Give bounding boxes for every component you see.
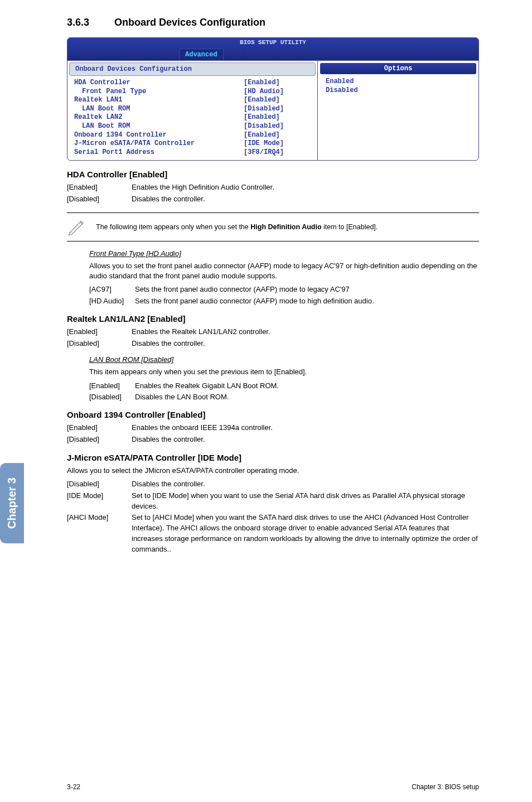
def-term: [Disabled] (89, 392, 135, 402)
bios-row-label: Onboard 1394 Controller (74, 131, 244, 140)
bios-row-value: [Disabled] (244, 122, 311, 131)
def-desc: Disables the LAN Boot ROM. (135, 392, 229, 402)
def-term: [Disabled] (67, 339, 132, 349)
bios-row-value: [Disabled] (244, 105, 311, 114)
def-desc: Disables the controller. (132, 479, 479, 490)
bios-row: Onboard 1394 Controller[Enabled] (74, 131, 311, 140)
bios-header: BIOS SETUP UTILITY Advanced (67, 38, 478, 60)
bios-row: LAN Boot ROM[Disabled] (74, 122, 311, 131)
def-term: [Enabled] (89, 381, 135, 391)
note-text: The following item appears only when you… (96, 223, 479, 231)
page-number: 3-22 (67, 783, 80, 791)
def-desc: Set to [AHCI Mode] when you want the SAT… (132, 513, 479, 554)
section-number: 3.6.3 (67, 17, 112, 28)
fpt-para: Allows you to set the front panel audio … (89, 261, 479, 281)
bios-row-label: LAN Boot ROM (74, 105, 244, 114)
bios-title: BIOS SETUP UTILITY (67, 38, 478, 46)
def-term: [Enabled] (67, 327, 132, 337)
bios-row-label: HDA Controller (74, 79, 244, 88)
bios-row-value: [Enabled] (244, 96, 311, 105)
bios-row: J-Micron eSATA/PATA Controller[IDE Mode] (74, 139, 311, 148)
fpt-ac97-row: [AC97] Sets the front panel audio connec… (89, 284, 479, 294)
bios-row-label: Serial Port1 Address (74, 148, 244, 157)
note-block: The following item appears only when you… (67, 212, 479, 241)
def-term: [Disabled] (67, 194, 132, 205)
def-term: [Disabled] (67, 479, 132, 490)
lanboot-heading: LAN Boot ROM [Disabled] (89, 355, 479, 364)
realtek-disabled-row: [Disabled] Disables the controller. (67, 339, 479, 349)
jmicron-heading: J-Micron eSATA/PATA Controller [IDE Mode… (67, 453, 479, 462)
hda-enabled-row: [Enabled] Enables the High Definition Au… (67, 182, 479, 193)
bios-option: Enabled (326, 78, 471, 86)
bios-rows: HDA Controller[Enabled]Front Panel Type[… (67, 78, 317, 160)
bios-options-body: EnabledDisabled (320, 74, 476, 98)
def-term: [Enabled] (67, 423, 132, 433)
bios-row: Front Panel Type[HD Audio] (74, 88, 311, 96)
def-desc: Enables the High Definition Audio Contro… (132, 182, 479, 193)
bios-row: LAN Boot ROM[Disabled] (74, 105, 311, 114)
bios-row-value: [3F8/IRQ4] (244, 148, 311, 157)
footer-chapter: Chapter 3: BIOS setup (412, 783, 479, 791)
bios-row-label: J-Micron eSATA/PATA Controller (74, 139, 244, 148)
bios-row-label: LAN Boot ROM (74, 122, 244, 131)
section-heading: 3.6.3 Onboard Devices Configuration (67, 17, 479, 28)
bios-row-value: [IDE Mode] (244, 139, 311, 148)
bios-row: Realtek LAN1[Enabled] (74, 96, 311, 105)
def-desc: Disables the controller. (132, 339, 479, 349)
bios-row-label: Front Panel Type (74, 88, 244, 96)
lanboot-para: This item appears only when you set the … (89, 367, 479, 377)
fpt-block: Front Panel Type [HD Audio] Allows you t… (89, 249, 479, 306)
note-prefix: The following item appears only when you… (96, 223, 250, 231)
bios-row-value: [HD Audio] (244, 88, 311, 96)
bios-side-panel: Options EnabledDisabled (318, 61, 478, 160)
def-desc: Set to [IDE Mode] when you want to use t… (132, 491, 479, 512)
def-term: [AHCI Mode] (67, 513, 132, 554)
bios-tab-advanced: Advanced (179, 49, 224, 60)
fpt-heading: Front Panel Type [HD Audio] (89, 249, 479, 258)
note-bold: High Definition Audio (250, 223, 321, 231)
def-desc: Sets the front panel audio connector (AA… (135, 296, 374, 306)
def-term: [Enabled] (67, 182, 132, 193)
section-title: Onboard Devices Configuration (114, 17, 265, 28)
bios-row-label: Realtek LAN1 (74, 96, 244, 105)
bios-row: Serial Port1 Address[3F8/IRQ4] (74, 148, 311, 157)
def-desc: Disables the controller. (132, 194, 479, 205)
bios-row-value: [Enabled] (244, 79, 311, 88)
onboard1394-enabled-row: [Enabled] Enables the onboard IEEE 1394a… (67, 423, 479, 433)
bios-row-label: Realtek LAN2 (74, 113, 244, 122)
def-desc: Enables the Realtek Gigabit LAN Boot ROM… (135, 381, 279, 391)
realtek-heading: Realtek LAN1/LAN2 [Enabled] (67, 314, 479, 323)
bios-tabs: Advanced (67, 49, 224, 60)
pencil-icon (67, 216, 86, 238)
jmicron-ahci-row: [AHCI Mode] Set to [AHCI Mode] when you … (67, 513, 479, 554)
jmicron-ide-row: [IDE Mode] Set to [IDE Mode] when you wa… (67, 491, 479, 512)
def-term: [IDE Mode] (67, 491, 132, 512)
lanboot-enabled-row: [Enabled] Enables the Realtek Gigabit LA… (89, 381, 479, 391)
def-term: [AC97] (89, 284, 135, 294)
def-term: [HD Audio] (89, 296, 135, 306)
hda-heading: HDA Controller [Enabled] (67, 170, 479, 179)
def-desc: Enables the Realtek LAN1/LAN2 controller… (132, 327, 479, 337)
bios-options-header: Options (320, 63, 476, 74)
jmicron-disabled-row: [Disabled] Disables the controller. (67, 479, 479, 490)
bios-row-value: [Enabled] (244, 113, 311, 122)
fpt-hdaudio-row: [HD Audio] Sets the front panel audio co… (89, 296, 479, 306)
lanboot-block: LAN Boot ROM [Disabled] This item appear… (89, 355, 479, 402)
bios-row: HDA Controller[Enabled] (74, 79, 311, 88)
footer: 3-22 Chapter 3: BIOS setup (67, 783, 479, 791)
bios-row: Realtek LAN2[Enabled] (74, 113, 311, 122)
note-suffix: item to [Enabled]. (322, 223, 378, 231)
bios-body: Onboard Devices Configuration HDA Contro… (67, 60, 478, 160)
lanboot-disabled-row: [Disabled] Disables the LAN Boot ROM. (89, 392, 479, 402)
onboard1394-disabled-row: [Disabled] Disables the controller. (67, 434, 479, 445)
jmicron-para: Allows you to select the JMicron eSATA/P… (67, 466, 479, 476)
chapter-tab: Chapter 3 (0, 463, 24, 543)
bios-subheader: Onboard Devices Configuration (69, 62, 316, 76)
def-desc: Enables the onboard IEEE 1394a controlle… (132, 423, 479, 433)
bios-option: Disabled (326, 86, 471, 95)
def-desc: Disables the controller. (132, 434, 479, 445)
bios-main-panel: Onboard Devices Configuration HDA Contro… (67, 61, 318, 160)
def-desc: Sets the front panel audio connector (AA… (135, 284, 350, 294)
bios-row-value: [Enabled] (244, 131, 311, 140)
realtek-enabled-row: [Enabled] Enables the Realtek LAN1/LAN2 … (67, 327, 479, 337)
